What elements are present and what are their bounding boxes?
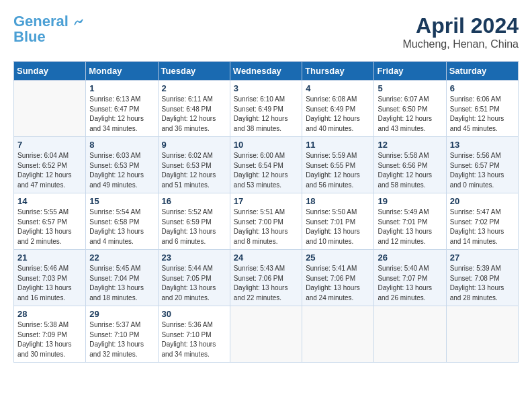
day-number: 21 bbox=[17, 253, 82, 263]
calendar-cell: 21Sunrise: 5:46 AM Sunset: 7:03 PM Dayli… bbox=[14, 250, 86, 306]
calendar-week-row: 21Sunrise: 5:46 AM Sunset: 7:03 PM Dayli… bbox=[14, 250, 519, 306]
calendar-cell: 12Sunrise: 5:58 AM Sunset: 6:56 PM Dayli… bbox=[374, 137, 446, 193]
calendar-cell bbox=[14, 81, 86, 137]
day-info: Sunrise: 5:36 AM Sunset: 7:10 PM Dayligh… bbox=[162, 320, 226, 359]
day-number: 3 bbox=[234, 83, 298, 93]
day-number: 7 bbox=[17, 140, 82, 150]
calendar-cell: 5Sunrise: 6:07 AM Sunset: 6:50 PM Daylig… bbox=[374, 81, 446, 137]
calendar-cell: 28Sunrise: 5:38 AM Sunset: 7:09 PM Dayli… bbox=[14, 306, 86, 363]
day-info: Sunrise: 5:46 AM Sunset: 7:03 PM Dayligh… bbox=[17, 264, 82, 303]
day-number: 24 bbox=[234, 253, 298, 263]
month-year: April 2024 bbox=[402, 13, 519, 38]
day-number: 25 bbox=[306, 253, 370, 263]
day-number: 10 bbox=[234, 140, 298, 150]
header-friday: Friday bbox=[374, 62, 446, 81]
day-info: Sunrise: 5:47 AM Sunset: 7:02 PM Dayligh… bbox=[450, 208, 515, 246]
calendar-cell: 23Sunrise: 5:44 AM Sunset: 7:05 PM Dayli… bbox=[158, 250, 230, 306]
day-info: Sunrise: 5:41 AM Sunset: 7:06 PM Dayligh… bbox=[306, 264, 370, 303]
title-block: April 2024 Mucheng, Henan, China bbox=[402, 13, 519, 50]
day-info: Sunrise: 6:13 AM Sunset: 6:47 PM Dayligh… bbox=[89, 95, 154, 134]
calendar-cell: 10Sunrise: 6:00 AM Sunset: 6:54 PM Dayli… bbox=[230, 137, 302, 193]
calendar-cell: 17Sunrise: 5:51 AM Sunset: 7:00 PM Dayli… bbox=[230, 193, 302, 250]
day-info: Sunrise: 6:03 AM Sunset: 6:53 PM Dayligh… bbox=[89, 151, 154, 190]
calendar-cell: 6Sunrise: 6:06 AM Sunset: 6:51 PM Daylig… bbox=[446, 81, 518, 137]
day-number: 22 bbox=[89, 253, 154, 263]
day-info: Sunrise: 5:38 AM Sunset: 7:09 PM Dayligh… bbox=[17, 320, 82, 359]
day-number: 23 bbox=[162, 253, 226, 263]
day-info: Sunrise: 5:59 AM Sunset: 6:55 PM Dayligh… bbox=[306, 151, 370, 190]
page-header: General Blue April 2024 Mucheng, Henan, … bbox=[13, 13, 519, 50]
header-sunday: Sunday bbox=[14, 62, 86, 81]
calendar-cell: 13Sunrise: 5:56 AM Sunset: 6:57 PM Dayli… bbox=[446, 137, 518, 193]
calendar-week-row: 28Sunrise: 5:38 AM Sunset: 7:09 PM Dayli… bbox=[14, 306, 519, 363]
header-saturday: Saturday bbox=[446, 62, 518, 81]
day-info: Sunrise: 6:04 AM Sunset: 6:52 PM Dayligh… bbox=[17, 151, 82, 190]
day-info: Sunrise: 6:00 AM Sunset: 6:54 PM Dayligh… bbox=[234, 151, 298, 190]
day-number: 12 bbox=[378, 140, 442, 150]
day-number: 11 bbox=[306, 140, 370, 150]
calendar-cell: 20Sunrise: 5:47 AM Sunset: 7:02 PM Dayli… bbox=[446, 193, 518, 250]
calendar-cell: 3Sunrise: 6:10 AM Sunset: 6:49 PM Daylig… bbox=[230, 81, 302, 137]
day-number: 28 bbox=[17, 309, 82, 319]
day-number: 29 bbox=[89, 309, 154, 319]
calendar-cell: 7Sunrise: 6:04 AM Sunset: 6:52 PM Daylig… bbox=[14, 137, 86, 193]
calendar-week-row: 1Sunrise: 6:13 AM Sunset: 6:47 PM Daylig… bbox=[14, 81, 519, 137]
calendar-cell: 19Sunrise: 5:49 AM Sunset: 7:01 PM Dayli… bbox=[374, 193, 446, 250]
day-number: 5 bbox=[378, 83, 442, 93]
day-number: 2 bbox=[162, 83, 226, 93]
day-info: Sunrise: 6:07 AM Sunset: 6:50 PM Dayligh… bbox=[378, 95, 442, 134]
logo-icon bbox=[74, 17, 83, 27]
calendar-cell: 11Sunrise: 5:59 AM Sunset: 6:55 PM Dayli… bbox=[302, 137, 374, 193]
header-thursday: Thursday bbox=[302, 62, 374, 81]
day-number: 30 bbox=[162, 309, 226, 319]
calendar-cell: 25Sunrise: 5:41 AM Sunset: 7:06 PM Dayli… bbox=[302, 250, 374, 306]
calendar-cell: 1Sunrise: 6:13 AM Sunset: 6:47 PM Daylig… bbox=[86, 81, 158, 137]
calendar-cell: 2Sunrise: 6:11 AM Sunset: 6:48 PM Daylig… bbox=[158, 81, 230, 137]
day-number: 1 bbox=[89, 83, 154, 93]
calendar-cell: 26Sunrise: 5:40 AM Sunset: 7:07 PM Dayli… bbox=[374, 250, 446, 306]
header-tuesday: Tuesday bbox=[158, 62, 230, 81]
logo-line2: Blue bbox=[13, 30, 46, 44]
day-number: 4 bbox=[306, 83, 370, 93]
calendar-cell bbox=[446, 306, 518, 363]
calendar-cell: 8Sunrise: 6:03 AM Sunset: 6:53 PM Daylig… bbox=[86, 137, 158, 193]
day-info: Sunrise: 5:58 AM Sunset: 6:56 PM Dayligh… bbox=[378, 151, 442, 190]
day-number: 17 bbox=[234, 196, 298, 206]
day-info: Sunrise: 5:40 AM Sunset: 7:07 PM Dayligh… bbox=[378, 264, 442, 303]
calendar-cell: 29Sunrise: 5:37 AM Sunset: 7:10 PM Dayli… bbox=[86, 306, 158, 363]
day-number: 6 bbox=[450, 83, 515, 93]
logo: General Blue bbox=[13, 13, 83, 44]
day-info: Sunrise: 5:45 AM Sunset: 7:04 PM Dayligh… bbox=[89, 264, 154, 303]
day-info: Sunrise: 5:43 AM Sunset: 7:06 PM Dayligh… bbox=[234, 264, 298, 303]
day-info: Sunrise: 5:51 AM Sunset: 7:00 PM Dayligh… bbox=[234, 208, 298, 246]
day-info: Sunrise: 5:54 AM Sunset: 6:58 PM Dayligh… bbox=[89, 208, 154, 246]
calendar-cell: 30Sunrise: 5:36 AM Sunset: 7:10 PM Dayli… bbox=[158, 306, 230, 363]
day-number: 15 bbox=[89, 196, 154, 206]
day-info: Sunrise: 5:39 AM Sunset: 7:08 PM Dayligh… bbox=[450, 264, 515, 303]
day-info: Sunrise: 5:49 AM Sunset: 7:01 PM Dayligh… bbox=[378, 208, 442, 246]
day-number: 13 bbox=[450, 140, 515, 150]
day-number: 8 bbox=[89, 140, 154, 150]
day-info: Sunrise: 5:52 AM Sunset: 6:59 PM Dayligh… bbox=[162, 208, 226, 246]
calendar-cell: 18Sunrise: 5:50 AM Sunset: 7:01 PM Dayli… bbox=[302, 193, 374, 250]
calendar-cell: 16Sunrise: 5:52 AM Sunset: 6:59 PM Dayli… bbox=[158, 193, 230, 250]
calendar-cell: 14Sunrise: 5:55 AM Sunset: 6:57 PM Dayli… bbox=[14, 193, 86, 250]
day-info: Sunrise: 6:11 AM Sunset: 6:48 PM Dayligh… bbox=[162, 95, 226, 134]
calendar-cell: 4Sunrise: 6:08 AM Sunset: 6:49 PM Daylig… bbox=[302, 81, 374, 137]
calendar-cell: 9Sunrise: 6:02 AM Sunset: 6:53 PM Daylig… bbox=[158, 137, 230, 193]
location: Mucheng, Henan, China bbox=[402, 38, 519, 50]
header-wednesday: Wednesday bbox=[230, 62, 302, 81]
day-number: 20 bbox=[450, 196, 515, 206]
day-info: Sunrise: 5:44 AM Sunset: 7:05 PM Dayligh… bbox=[162, 264, 226, 303]
calendar-header-row: SundayMondayTuesdayWednesdayThursdayFrid… bbox=[14, 62, 519, 81]
calendar-cell: 24Sunrise: 5:43 AM Sunset: 7:06 PM Dayli… bbox=[230, 250, 302, 306]
day-info: Sunrise: 6:02 AM Sunset: 6:53 PM Dayligh… bbox=[162, 151, 226, 190]
calendar-cell bbox=[302, 306, 374, 363]
day-info: Sunrise: 6:08 AM Sunset: 6:49 PM Dayligh… bbox=[306, 95, 370, 134]
calendar-cell: 27Sunrise: 5:39 AM Sunset: 7:08 PM Dayli… bbox=[446, 250, 518, 306]
logo-text: General bbox=[13, 13, 83, 30]
day-info: Sunrise: 6:06 AM Sunset: 6:51 PM Dayligh… bbox=[450, 95, 515, 134]
calendar-week-row: 14Sunrise: 5:55 AM Sunset: 6:57 PM Dayli… bbox=[14, 193, 519, 250]
day-number: 26 bbox=[378, 253, 442, 263]
calendar-cell bbox=[374, 306, 446, 363]
